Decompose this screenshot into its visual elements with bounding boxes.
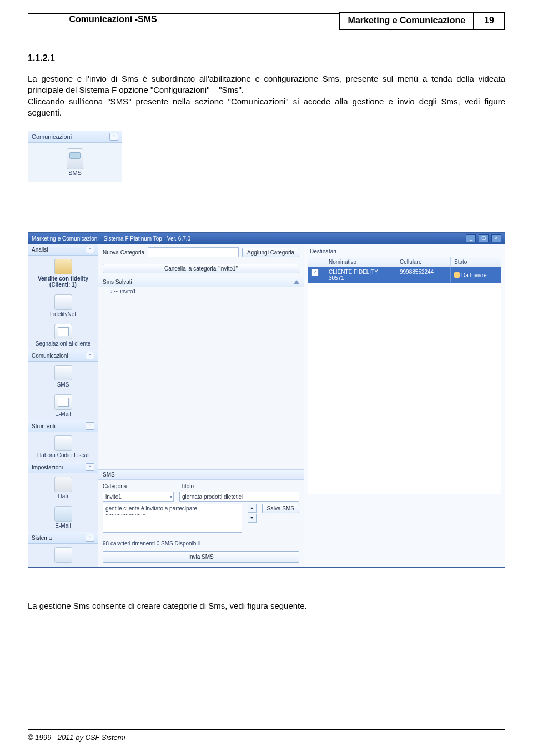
sidebar-group-impostazioni: Impostazioni ⌃ Dati E-Mail [28,462,98,532]
tool-icon [54,435,72,451]
group-title: Sistema [32,535,52,541]
list-item-label: ··· invito1 [114,288,136,294]
chevron-up-icon[interactable]: ⌃ [86,246,94,253]
destinatari-grid: Nominativo Cellulare Stato ✓ CLIENTE FID… [308,257,501,494]
grid-cell-cellulare: 99988552244 [396,267,451,283]
sidebar-item-vendite[interactable]: Vendite con fidelity (Clienti: 1) [28,256,98,291]
sms-phone-icon[interactable] [67,148,83,169]
figure-app-window: Marketing e Comunicazioni - Sistema F Pl… [28,232,505,568]
sidebar-group-analisi: Analisi ⌃ Vendite con fidelity (Clienti:… [28,244,98,350]
panel-item-label: SMS [68,169,82,176]
group-header-sistema[interactable]: Sistema ⌃ [28,532,98,544]
spin-up-icon[interactable]: ▲ [248,504,257,513]
sidebar-item-fidelitynet[interactable]: FidelityNet [28,291,98,321]
grid-row[interactable]: ✓ CLIENTE FIDELITY 30571 99988552244 Da … [308,267,501,283]
group-title: Strumenti [32,423,56,429]
group-title: Impostazioni [32,464,63,470]
chevron-up-icon[interactable]: ⌃ [86,463,94,471]
group-header-analisi[interactable]: Analisi ⌃ [28,244,98,256]
card-icon [54,294,72,310]
col-checkbox[interactable] [308,257,325,267]
spin-down-icon[interactable]: ▼ [248,514,257,523]
chevron-up-icon[interactable]: ⌃ [86,352,94,359]
sidebar-group-strumenti: Strumenti ⌃ Elabora Codici Fiscali [28,420,98,462]
sidebar-item-dati[interactable]: Dati [28,473,98,503]
invia-sms-button[interactable]: Invia SMS [103,551,299,563]
header-page-number: 19 [474,12,505,30]
grid-cell-checkbox[interactable]: ✓ [308,267,325,283]
chevron-up-icon[interactable]: ⌃ [86,422,94,430]
sms-phone-icon [54,365,72,380]
section-title: Comunicazioni -SMS [69,14,157,24]
alert-mail-icon [54,324,72,339]
sidebar-group-comunicazioni: Comunicazioni ⌃ SMS E-Mail [28,350,98,420]
grid-cell-nominativo: CLIENTE FIDELITY 30571 [325,267,396,283]
sms-body-textarea[interactable]: gentile cliente è invitato a partecipare… [103,504,242,533]
group-header-comunicazioni[interactable]: Comunicazioni ⌃ [28,350,98,362]
panel-title: Comunicazioni [32,133,72,140]
status-icon [454,272,460,278]
nuova-categoria-input[interactable] [148,247,239,257]
drive-icon [54,506,72,522]
salva-sms-button[interactable]: Salva SMS [262,504,299,513]
maximize-icon[interactable]: ▢ [479,234,489,242]
sidebar-item-label: Segnalazioni al cliente [29,341,97,347]
section-number: 1.1.2.1 [28,53,67,63]
col-nominativo[interactable]: Nominativo [325,257,396,267]
categoria-label: Categoria [103,483,175,489]
paragraph-1-text: La gestione e l'invio di Sms è subordina… [28,74,505,94]
paragraph-1: La gestione e l'invio di Sms è subordina… [28,73,505,118]
group-header-strumenti[interactable]: Strumenti ⌃ [28,420,98,432]
people-icon [54,259,72,274]
close-icon[interactable]: × [491,234,501,242]
figure-comunicazioni-panel: Comunicazioni ⌃ SMS [28,131,122,182]
paragraph-2-text: Cliccando sull'icona "SMS" presente nell… [28,97,505,117]
sidebar-item-codici[interactable]: Elabora Codici Fiscali [28,432,98,462]
col-stato[interactable]: Stato [451,257,501,267]
header-box: Marketing e Comunicazione 19 [339,12,505,30]
paragraph-3: La gestione Sms consente di creare categ… [28,601,505,610]
panel-body: SMS [28,143,122,182]
list-item[interactable]: › ··· invito1 [98,287,304,296]
grid-empty-area [308,283,501,494]
categoria-dropdown[interactable]: invito1 ▾ [103,492,174,502]
chevron-up-icon[interactable]: ⌃ [109,133,118,141]
checkbox-checked-icon[interactable]: ✓ [311,269,319,276]
group-header-impostazioni[interactable]: Impostazioni ⌃ [28,462,98,473]
grid-header: Nominativo Cellulare Stato [308,257,501,267]
wrench-icon [54,477,72,492]
sidebar-item-label: Elabora Codici Fiscali [29,452,97,458]
sidebar-item-sms[interactable]: SMS [28,362,98,391]
titolo-input[interactable]: giornata prodotti dietetici [179,492,299,502]
chevron-down-icon: ▾ [170,494,172,499]
sidebar-item-label: Vendite con fidelity (Clienti: 1) [29,276,97,288]
grid-cell-stato: Da Inviare [451,267,501,283]
group-title: Analisi [32,247,48,253]
aggiungi-categoria-button[interactable]: Aggiungi Categoria [242,248,299,257]
cancella-categoria-button[interactable]: Cancella la categoria "invito1" [103,264,299,273]
minimize-icon[interactable]: _ [466,234,476,242]
sidebar-item-label: E-Mail [29,523,97,529]
sidebar-item-impost-email[interactable]: E-Mail [28,503,98,532]
chevron-up-icon[interactable]: ⌃ [86,534,94,542]
sidebar-item-label: FidelityNet [29,311,97,317]
group-title: Comunicazioni [32,353,68,359]
panel-header[interactable]: Comunicazioni ⌃ [28,131,122,143]
sidebar-item-segnalazioni[interactable]: Segnalazioni al cliente [28,321,98,350]
sidebar-item-email[interactable]: E-Mail [28,391,98,420]
computer-icon [54,547,72,563]
page-footer: © 1999 - 2011 by CSF Sistemi [28,729,505,742]
col-cellulare[interactable]: Cellulare [396,257,451,267]
nuova-categoria-label: Nuova Categoria [103,249,144,256]
sort-asc-icon[interactable] [294,280,299,284]
header-title: Marketing e Comunicazione [339,12,475,30]
window-controls: _ ▢ × [465,234,501,242]
grid-cell-stato-text: Da Inviare [461,272,487,278]
sidebar-item-sistema[interactable] [28,544,98,567]
right-column: Destinatari Nominativo Cellulare Stato ✓… [304,244,505,567]
middle-column: Nuova Categoria Aggiungi Categoria Cance… [98,244,304,567]
sms-salvati-header[interactable]: Sms Salvati [98,277,304,287]
titolo-label: Titolo [180,483,194,489]
categoria-value: invito1 [105,494,122,500]
header-rule: Marketing e Comunicazione 19 [28,13,505,14]
